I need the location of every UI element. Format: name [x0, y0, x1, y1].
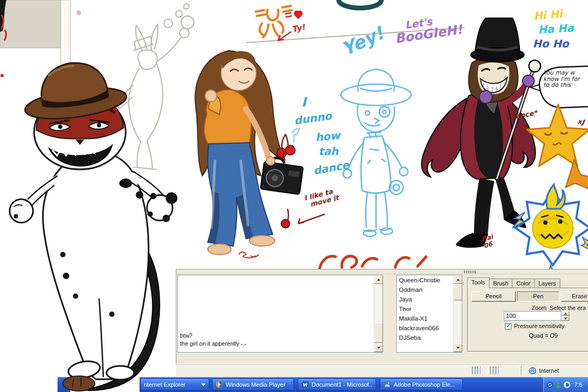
taskbar-button-internet-explorer[interactable]: nternet Explorer: [140, 379, 209, 390]
taskbar-button-label: Windows Media Player: [226, 381, 285, 388]
user-list-item[interactable]: Queen-Christie: [397, 275, 452, 285]
drawing-electric-doodle: [512, 184, 588, 280]
word-document-icon: [301, 381, 309, 388]
system-tray: 7:5: [543, 377, 588, 392]
taskbar-button-windows-media-player[interactable]: Windows Media Player: [212, 379, 294, 390]
chat-messages: btw? the girl on it apperently -.-: [180, 332, 372, 348]
quad-status-text: Quad = O9: [511, 332, 575, 339]
chat-message: the girl on it apperently -.-: [180, 340, 372, 348]
drawing-orange-doodle: [256, 6, 302, 40]
screen: Yey! Let's BooGIeH! Hi Hi Ha Ha Ho Ho Ty…: [0, 0, 588, 392]
chat-message: btw?: [180, 332, 372, 340]
user-list-item[interactable]: Thor: [397, 304, 452, 314]
tab-color[interactable]: Color: [512, 279, 534, 288]
drawing-pencil-sketch: [118, 4, 464, 169]
tray-network-icon[interactable]: [546, 381, 553, 388]
spinner-down-button[interactable]: [561, 316, 569, 321]
tray-messenger-icon[interactable]: [555, 381, 562, 388]
tools-tab-content: Pencil Pen Erase Zoom Select the era Pre…: [467, 288, 588, 352]
chat-log[interactable]: btw? the girl on it apperently -.-: [177, 275, 383, 353]
pressure-checkbox-label: Pressure sensitivity: [514, 323, 565, 329]
resize-grip-icon[interactable]: [472, 366, 480, 374]
taskbar: nternet Explorer Windows Media Player Do…: [0, 377, 588, 392]
arrow-down-icon: [377, 347, 380, 349]
tab-tools[interactable]: Tools: [467, 277, 489, 288]
taskbar-clock[interactable]: 7:5: [574, 381, 582, 388]
tray-download-icon[interactable]: [564, 381, 570, 388]
drawing-star-character: [527, 104, 588, 190]
tools-tab-row: ToolsBrushColorLayers: [467, 277, 560, 288]
internet-zone-label: Internet: [539, 368, 559, 374]
user-list-item[interactable]: blackraven066: [397, 323, 452, 333]
scrollbar-thumb[interactable]: [374, 323, 383, 343]
dropdown-caret-icon: [201, 383, 206, 386]
arrow-up-icon: [456, 279, 460, 281]
eraser-tooltip: Select the era: [550, 305, 588, 311]
scrollbar-thumb[interactable]: [454, 284, 462, 300]
taskbar-button-photoshop-elements[interactable]: Adobe Photoshop Ele...: [380, 379, 463, 390]
statusbar-divider: [521, 366, 522, 375]
taskbar-button-label: Adobe Photoshop Ele...: [394, 381, 455, 388]
taskbar-button-label: nternet Explorer: [144, 381, 185, 388]
user-list-item[interactable]: Oddman: [397, 285, 452, 295]
tab-brush[interactable]: Brush: [489, 279, 513, 288]
scroll-up-button[interactable]: [374, 275, 383, 284]
windows-media-player-icon: [216, 381, 223, 388]
eraser-tool-button[interactable]: Erase: [561, 291, 588, 301]
splitter-grip-icon: [464, 271, 476, 273]
internet-zone-icon: [529, 367, 536, 374]
user-list-item[interactable]: Jaya: [397, 295, 452, 304]
taskbar-button-word-document[interactable]: Document1 - Microsof...: [298, 379, 376, 390]
resize-grip-icon[interactable]: [490, 366, 499, 374]
status-bar: Internet: [176, 364, 588, 377]
zoom-input[interactable]: [504, 311, 561, 321]
bottom-panel: btw? the girl on it apperently -.- Queen…: [176, 269, 588, 364]
tools-panel: ToolsBrushColorLayers Pencil Pen Erase Z…: [467, 277, 588, 354]
spinner-up-button[interactable]: [561, 311, 569, 316]
artist-signature: [239, 252, 259, 258]
pressure-checkbox[interactable]: [505, 323, 511, 330]
taskbar-button-label: Document1 - Microsof...: [312, 381, 372, 388]
arrow-down-icon: [456, 347, 460, 349]
arrow-up-icon: [564, 313, 567, 315]
pencil-tool-button[interactable]: Pencil: [471, 291, 516, 301]
panel-splitter[interactable]: [176, 270, 588, 274]
scroll-up-button[interactable]: [454, 275, 462, 284]
scroll-down-button[interactable]: [454, 344, 462, 352]
drawing-blue-sketch-cat: [341, 69, 411, 236]
zoom-spinner: [561, 311, 569, 321]
tab-layers[interactable]: Layers: [534, 279, 560, 288]
drawing-red-squiggle: [320, 256, 426, 268]
pen-tool-button[interactable]: Pen: [517, 291, 559, 301]
scroll-down-button[interactable]: [374, 344, 383, 352]
user-list[interactable]: Queen-Christie Oddman Jaya Thor Makilla-…: [396, 275, 462, 353]
teal-ring: [339, 0, 381, 8]
zoom-label: Zoom: [527, 305, 546, 311]
user-list-scrollbar[interactable]: [453, 275, 462, 352]
user-list-item[interactable]: Makilla-X1: [397, 314, 452, 323]
arrow-up-icon: [377, 279, 380, 281]
photoshop-elements-icon: [383, 381, 391, 388]
window-chrome-remnant: [0, 0, 70, 70]
user-list-item[interactable]: DJSeba: [397, 333, 452, 342]
chat-scrollbar[interactable]: [374, 275, 382, 352]
arrow-down-icon: [564, 317, 567, 320]
